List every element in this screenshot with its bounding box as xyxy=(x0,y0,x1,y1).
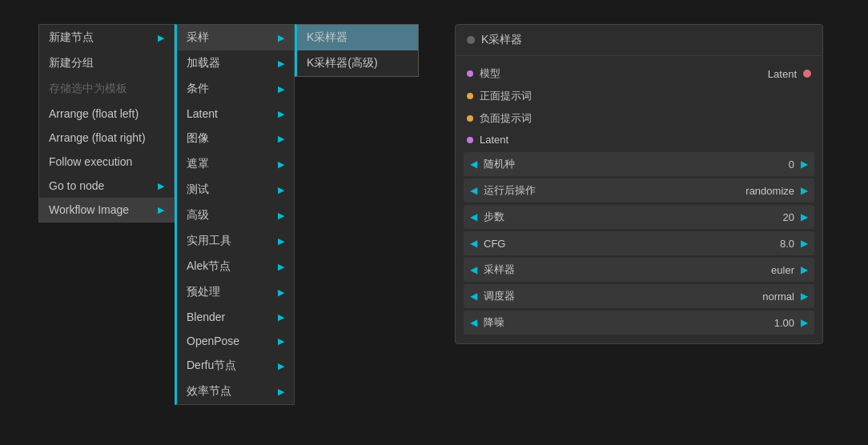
menu-sample[interactable]: 采样 ▶ xyxy=(177,25,294,50)
context-menu-l3: K采样器 K采样器(高级) xyxy=(295,24,419,77)
menu-efficiency[interactable]: 效率节点 ▶ xyxy=(177,379,294,404)
value-sampler: euler xyxy=(765,264,801,276)
k-sampler-panel: K采样器 模型 Latent 正面提示词 负面提示词 Latent ◀ 随机种 xyxy=(455,24,823,344)
arrow-icon: ▶ xyxy=(278,336,284,347)
menu-save-template: 存储选中为模板 xyxy=(39,76,174,102)
menu-blender[interactable]: Blender ▶ xyxy=(177,305,294,329)
slider-scheduler[interactable]: ◀ 调度器 normal ▶ xyxy=(464,284,814,308)
input-model-row: 模型 Latent xyxy=(456,62,822,85)
arrow-icon: ▶ xyxy=(278,312,284,323)
arrow-left-sampler[interactable]: ◀ xyxy=(470,264,477,275)
value-cfg: 8.0 xyxy=(774,238,801,250)
label-seed: 随机种 xyxy=(477,157,782,171)
slider-after-run[interactable]: ◀ 运行后操作 randomize ▶ xyxy=(464,178,814,202)
label-after-run: 运行后操作 xyxy=(477,183,739,198)
arrow-icon: ▶ xyxy=(158,181,164,191)
slider-steps[interactable]: ◀ 步数 20 ▶ xyxy=(464,205,814,229)
arrow-icon: ▶ xyxy=(278,287,284,298)
menu-loader[interactable]: 加载器 ▶ xyxy=(177,50,294,76)
arrow-icon: ▶ xyxy=(278,159,284,170)
label-cfg: CFG xyxy=(477,238,774,250)
arrow-icon: ▶ xyxy=(278,109,284,119)
value-seed: 0 xyxy=(782,158,801,170)
menu-alek[interactable]: Alek节点 ▶ xyxy=(177,254,294,279)
panel-status-dot xyxy=(467,36,475,44)
context-menu-l1: 新建节点 ▶ 新建分组 存储选中为模板 Arrange (float left)… xyxy=(38,24,175,222)
arrow-icon: ▶ xyxy=(278,236,284,247)
arrow-right-steps[interactable]: ▶ xyxy=(801,211,808,222)
menu-test[interactable]: 测试 ▶ xyxy=(177,177,294,202)
arrow-icon: ▶ xyxy=(278,387,284,397)
arrow-icon: ▶ xyxy=(278,210,284,221)
panel-body: 模型 Latent 正面提示词 负面提示词 Latent ◀ 随机种 0 ▶ ◀ xyxy=(456,56,822,343)
dot-negative xyxy=(467,115,473,122)
arrow-left-denoise[interactable]: ◀ xyxy=(470,317,477,328)
arrow-left-steps[interactable]: ◀ xyxy=(470,211,477,222)
menu-mask[interactable]: 遮罩 ▶ xyxy=(177,151,294,177)
menu-latent[interactable]: Latent ▶ xyxy=(177,102,294,126)
menu-image[interactable]: 图像 ▶ xyxy=(177,126,294,151)
menu-k-sampler[interactable]: K采样器 xyxy=(297,25,418,50)
menu-condition[interactable]: 条件 ▶ xyxy=(177,76,294,102)
menu-k-sampler-advanced[interactable]: K采样器(高级) xyxy=(297,50,418,76)
arrow-icon: ▶ xyxy=(278,361,284,371)
menu-arrange-right[interactable]: Arrange (float right) xyxy=(39,126,174,150)
dot-model-right xyxy=(803,70,811,78)
dot-positive xyxy=(467,93,473,99)
label-model: 模型 xyxy=(480,66,762,81)
label-denoise: 降噪 xyxy=(477,315,768,330)
arrow-right-cfg[interactable]: ▶ xyxy=(801,238,808,249)
menu-follow-execution[interactable]: Follow execution xyxy=(39,150,174,174)
slider-seed[interactable]: ◀ 随机种 0 ▶ xyxy=(464,152,814,176)
arrow-icon: ▶ xyxy=(278,134,284,144)
label-sampler: 采样器 xyxy=(477,263,765,277)
label-scheduler: 调度器 xyxy=(477,289,756,303)
dot-latent xyxy=(467,137,473,143)
arrow-right-scheduler[interactable]: ▶ xyxy=(801,291,808,302)
arrow-right-denoise[interactable]: ▶ xyxy=(801,317,808,328)
arrow-icon: ▶ xyxy=(278,262,284,272)
label-positive: 正面提示词 xyxy=(480,89,811,103)
value-model: Latent xyxy=(768,68,797,80)
value-scheduler: normal xyxy=(756,291,801,303)
label-steps: 步数 xyxy=(477,210,777,224)
arrow-icon: ▶ xyxy=(158,33,164,43)
arrow-icon: ▶ xyxy=(278,33,284,43)
slider-denoise[interactable]: ◀ 降噪 1.00 ▶ xyxy=(464,311,814,335)
label-latent: Latent xyxy=(480,134,811,146)
menu-openpose[interactable]: OpenPose ▶ xyxy=(177,329,294,353)
value-denoise: 1.00 xyxy=(768,317,801,329)
input-positive-row: 正面提示词 xyxy=(456,85,822,107)
slider-sampler[interactable]: ◀ 采样器 euler ▶ xyxy=(464,258,814,282)
menu-advanced[interactable]: 高级 ▶ xyxy=(177,202,294,228)
menu-new-group[interactable]: 新建分组 xyxy=(39,50,174,76)
arrow-left-after-run[interactable]: ◀ xyxy=(470,185,477,196)
slider-cfg[interactable]: ◀ CFG 8.0 ▶ xyxy=(464,231,814,255)
arrow-left-seed[interactable]: ◀ xyxy=(470,158,477,170)
menu-arrange-left[interactable]: Arrange (float left) xyxy=(39,102,174,126)
value-after-run: randomize xyxy=(739,185,801,197)
arrow-right-after-run[interactable]: ▶ xyxy=(801,185,808,196)
arrow-icon: ▶ xyxy=(278,84,284,94)
menu-preprocess[interactable]: 预处理 ▶ xyxy=(177,279,294,305)
label-negative: 负面提示词 xyxy=(480,111,811,126)
value-steps: 20 xyxy=(777,211,801,223)
arrow-icon: ▶ xyxy=(278,58,284,69)
menu-workflow-image[interactable]: Workflow Image ▶ xyxy=(39,198,174,222)
dot-model xyxy=(467,70,473,77)
menu-go-to-node[interactable]: Go to node ▶ xyxy=(39,174,174,198)
menu-utils[interactable]: 实用工具 ▶ xyxy=(177,228,294,254)
menu-new-node[interactable]: 新建节点 ▶ xyxy=(39,25,174,50)
context-menu-l2: 采样 ▶ 加载器 ▶ 条件 ▶ Latent ▶ 图像 ▶ 遮罩 ▶ 测试 ▶ … xyxy=(175,24,295,405)
arrow-right-sampler[interactable]: ▶ xyxy=(801,264,808,275)
panel-header: K采样器 xyxy=(456,25,822,56)
input-negative-row: 负面提示词 xyxy=(456,107,822,130)
arrow-left-scheduler[interactable]: ◀ xyxy=(470,291,477,302)
input-latent-row: Latent xyxy=(456,130,822,150)
arrow-icon: ▶ xyxy=(158,205,164,215)
arrow-right-seed[interactable]: ▶ xyxy=(801,158,808,170)
menu-derfu[interactable]: Derfu节点 ▶ xyxy=(177,353,294,379)
panel-title: K采样器 xyxy=(481,33,522,47)
arrow-left-cfg[interactable]: ◀ xyxy=(470,238,477,249)
arrow-icon: ▶ xyxy=(278,185,284,195)
